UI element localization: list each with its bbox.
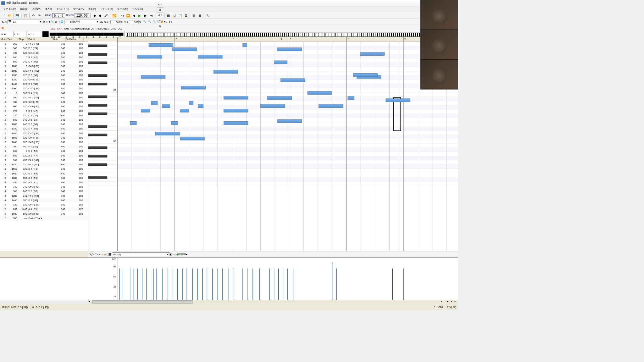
velocity-bar[interactable] (173, 269, 173, 300)
piano-keys[interactable]: C5C4 (88, 41, 117, 251)
event-row[interactable]: 51680600D# 3 [ 51]840100 (0, 211, 88, 216)
velocity-bar[interactable] (122, 269, 122, 300)
event-row[interactable]: 21560120G# 4 [ 68]840100 (0, 135, 88, 140)
velocity-bar[interactable] (287, 269, 288, 300)
piano-key[interactable] (88, 165, 117, 169)
event-row[interactable]: 21320120D 4 [ 62]840100 (0, 126, 88, 131)
zoom-minus-button[interactable]: − (454, 300, 458, 303)
piano-roll[interactable]: C5C4 (88, 41, 458, 251)
velocity-bar[interactable] (207, 269, 207, 300)
velocity-bar[interactable] (187, 269, 187, 300)
note[interactable] (172, 47, 197, 51)
drop-down-button[interactable]: ▾ (164, 20, 165, 23)
note[interactable] (149, 43, 173, 47)
piano-key[interactable]: C4 (88, 139, 117, 144)
wrench-button[interactable]: 🔧 (205, 13, 210, 18)
note[interactable] (141, 109, 150, 112)
note[interactable] (260, 104, 285, 107)
velocity-bar[interactable] (228, 269, 228, 300)
piano-key[interactable] (88, 114, 117, 118)
open-button[interactable]: 📂 (7, 13, 12, 18)
note[interactable] (141, 75, 165, 79)
gate-spinner[interactable]: ⇅ (121, 20, 124, 23)
velocity-bar[interactable] (177, 269, 178, 300)
globe-button[interactable]: 🌐 (60, 20, 64, 23)
track-settings-button[interactable]: ⚙ (43, 20, 45, 23)
view3-button[interactable]: 📋 (177, 13, 183, 18)
view1-button[interactable]: ▦ (166, 13, 171, 18)
note[interactable] (181, 86, 206, 89)
event-row[interactable]: 2360120F# 2 [ 42]840100 (0, 95, 88, 100)
note[interactable] (277, 119, 302, 123)
measure-marker[interactable]: 5 (346, 37, 348, 41)
piano-key[interactable] (88, 182, 117, 186)
scroll-left-button[interactable]: ◂ (88, 300, 92, 303)
velocity-bar[interactable] (274, 269, 274, 300)
note[interactable] (277, 47, 302, 51)
midi-out-button[interactable]: 🔌 (1, 20, 4, 23)
curve1-button[interactable]: ⌒ (95, 253, 97, 256)
velocity-bar[interactable] (247, 269, 247, 300)
redo-button[interactable]: ↷ (37, 13, 42, 18)
random-button[interactable]: ⚡ (101, 253, 104, 255)
select-rect-button[interactable]: ⬚ (106, 253, 108, 255)
zoom-plus-button[interactable]: + (451, 300, 454, 303)
vel-spinner[interactable]: ⇅ (139, 20, 142, 23)
event-row[interactable]: 11560120C# 3 [ 49]360100 (0, 86, 88, 90)
menu-item[interactable]: ヘルプ(H) (130, 7, 145, 11)
event-row[interactable]: 3360480G 3 [ 55]840100 (0, 144, 88, 149)
note[interactable] (348, 96, 354, 100)
velocity-bar[interactable] (293, 269, 293, 300)
event-row[interactable]: 2840240A 6 [ 93]840100 (0, 118, 88, 122)
note[interactable] (308, 91, 332, 95)
menu-item[interactable]: 表示(V) (31, 7, 42, 11)
velocity-bar[interactable] (202, 269, 203, 300)
event-row[interactable]: 2600120C# 6 [ 85]840100 (0, 104, 88, 108)
view2-button[interactable]: 📊 (172, 13, 177, 18)
fill-button[interactable]: ⬛ (108, 253, 112, 255)
event-row[interactable]: 31680120E 6 [ 88]840100 (0, 171, 88, 176)
velocity-bar[interactable] (403, 269, 404, 300)
piano-key[interactable] (88, 156, 117, 161)
event-row[interactable]: 38400E 3 [ 52]840100 (0, 149, 88, 153)
grid-button[interactable]: ▤ (191, 13, 197, 18)
velocity-bar[interactable] (278, 269, 279, 300)
menu-item[interactable]: ファイル(F) (1, 7, 18, 11)
note[interactable] (267, 96, 292, 100)
note[interactable] (198, 55, 222, 58)
event-row[interactable]: 5120120C# 4 [ 61]840100 (0, 202, 88, 207)
piano-key[interactable] (88, 178, 117, 182)
event-row[interactable]: 21680600D# 5 [ 75]840100 (0, 140, 88, 144)
measure-marker[interactable]: 6 (403, 37, 406, 41)
event-row[interactable]: 110800C# 5 [ 73]840100 (0, 64, 88, 68)
velocity-bar[interactable] (392, 269, 393, 300)
velocity-panel[interactable]: 1279664320 (0, 257, 458, 300)
note[interactable] (319, 104, 343, 107)
mic-button[interactable]: 🎤 (103, 13, 109, 18)
menu-item[interactable]: マーク(M) (115, 7, 130, 11)
note[interactable] (151, 101, 158, 105)
record-button[interactable]: ⏺ (92, 13, 97, 18)
measure-marker[interactable]: 1 (117, 37, 119, 41)
forward-button[interactable]: ▶ (143, 13, 148, 18)
velocity-bar[interactable] (269, 269, 270, 300)
note[interactable] (137, 55, 162, 58)
tag-button[interactable]: 🏷 (55, 20, 57, 23)
velocity-bar[interactable] (142, 269, 142, 300)
event-row[interactable]: 1360360D 5 [ 74]840100 (0, 46, 88, 50)
velocity-bar[interactable] (192, 269, 192, 300)
zoomin-v-button[interactable]: 🔍 (153, 20, 156, 23)
rewind-button[interactable]: ⏪ (125, 13, 131, 18)
download1-button[interactable]: ⬇ (168, 20, 170, 23)
event-row[interactable]: 4960240E 3 [ 52]840100 (0, 189, 88, 194)
back-button[interactable]: ◀ (131, 13, 136, 18)
piano-key[interactable] (88, 75, 117, 80)
scroll-track-button[interactable]: ▸ (447, 300, 451, 303)
event-row[interactable]: 13600F# 2 [ 42]240100 (0, 41, 88, 46)
event-row[interactable]: 3840120B 2 [ 47]840100 (0, 153, 88, 158)
notelen-dropdown[interactable]: ♪ 16分音符 ▾ (64, 19, 99, 24)
event-row[interactable]: 41440600G 2 [ 43]840100 (0, 198, 88, 202)
curve4-button[interactable]: 〰 (104, 253, 106, 256)
print-button[interactable]: 🖨 (4, 20, 7, 23)
event-row[interactable]: 6360----End of Track (0, 216, 88, 220)
